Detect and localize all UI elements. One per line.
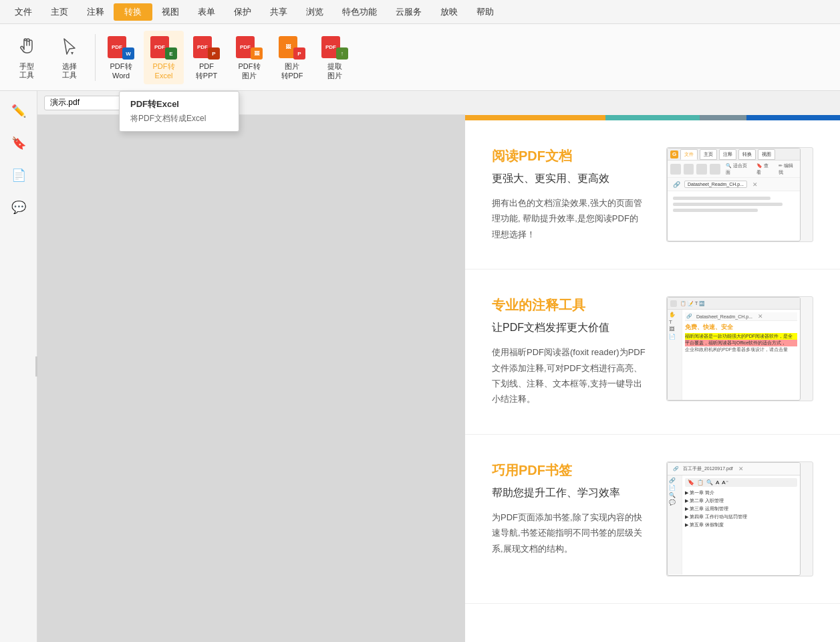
mini-annotate-body: ✋ T 🖼 📄 🔗 Datasheet_Readm_CH.p... ✕ 免 (668, 310, 800, 400)
toc-item-5: ▶ 第五章 休假制度 (685, 521, 797, 529)
pdf-to-excel-button[interactable]: PDF E PDF转Excel (144, 31, 184, 84)
bookmark-sidebar-icon[interactable]: 🔖 (5, 130, 32, 156)
mini-bm-link: 🔗 (673, 466, 679, 471)
mini-app-bar-annotate: 📋 📝 T 🔤 (668, 298, 800, 310)
mini-bm-tool-4: 💬 (669, 500, 680, 506)
mini-bm-tool-2: 📄 (669, 485, 680, 491)
mini-zoom-text: 🔍 适合页面 (726, 163, 751, 176)
mini-icon-2: 📝 (688, 301, 694, 306)
mini-left-tools: ✋ T 🖼 📄 (668, 310, 682, 400)
mini-file-tab-label: Datasheet_Readm_CH.p... (684, 181, 747, 188)
annotation-sidebar-icon[interactable]: ✏️ (5, 98, 32, 124)
menu-annotate[interactable]: 注释 (78, 3, 114, 21)
mini-bm-tool-1: 🔗 (669, 477, 680, 484)
extract-img-label: 提取图片 (327, 62, 342, 80)
mini-highlight-title: 免费、快速、安全 (685, 323, 797, 332)
mini-icon-3: T (695, 301, 698, 306)
mini-tab-file: 文件 (680, 149, 698, 160)
menu-home[interactable]: 主页 (41, 3, 78, 21)
file-bar (37, 91, 465, 115)
pdf-img-label: PDF转图片 (239, 62, 261, 80)
mini-icon-4: 🔤 (699, 301, 705, 306)
hand-icon (13, 35, 40, 60)
menu-protect[interactable]: 保护 (225, 3, 261, 21)
mini-annotate-filename: Datasheet_Readm_CH.p... (696, 314, 752, 319)
mini-select-icon (684, 164, 694, 175)
menu-bar: 文件 主页 注释 转换 视图 表单 保护 共享 浏览 特色功能 云服务 放映 帮… (0, 0, 840, 24)
toc-item-1: ▶ 第一章 简介 (685, 489, 797, 497)
pdf-ppt-icon: PDF P (193, 34, 220, 60)
mini-img-icon (670, 300, 677, 307)
menu-convert[interactable]: 转换 (114, 3, 152, 21)
dropdown-description: 将PDF文档转成Excel (130, 113, 228, 124)
mini-text-line-2 (673, 203, 783, 206)
menu-present[interactable]: 放映 (431, 3, 467, 21)
mini-icons-row: 📋 📝 T 🔤 (680, 301, 705, 306)
menu-form[interactable]: 表单 (188, 3, 225, 21)
mini-strikethrough-text: 平台覆盖，福昕阅读器与Office软件的适合方式， (685, 340, 797, 346)
mini-link-icon: 🔗 (686, 314, 692, 319)
comment-sidebar-icon[interactable]: 💬 (5, 194, 32, 221)
mini-bookmark-body: 🔗 📄 🔍 💬 🔖 📋 🔍 A A⁻ (668, 475, 800, 574)
section-annotate-image: 📋 📝 T 🔤 ✋ T 🖼 📄 (666, 296, 813, 401)
pdf-to-image-button[interactable]: PDF 🖼 PDF转图片 (229, 31, 269, 84)
toc-item-3: ▶ 第三章 运用制管理 (685, 505, 797, 513)
section-read-image: G 文件 主页 注释 转换 视图 🔍 适合页面 🔖 查 (666, 147, 813, 242)
color-bar-blue (746, 115, 840, 120)
image-to-pdf-button[interactable]: 🖼 P 图片转PDF (272, 31, 312, 84)
pages-sidebar-icon[interactable]: 📄 (5, 162, 32, 189)
select-tool-button[interactable]: ▾ 选择工具 (49, 31, 90, 84)
mini-hand-icon (670, 164, 681, 175)
mini-bm-tool-3: 🔍 (669, 492, 680, 498)
mini-nav-text: 🔖 查看 (756, 163, 773, 176)
pdf-to-ppt-button[interactable]: PDF P PDF转PPT (186, 31, 227, 84)
mini-app-bar-read: G 文件 主页 注释 转换 视图 (668, 148, 800, 160)
menu-special[interactable]: 特色功能 (333, 3, 386, 21)
menu-help[interactable]: 帮助 (467, 3, 503, 21)
pdf-excel-label: PDF转Excel (153, 62, 175, 80)
color-bar-teal (605, 115, 699, 120)
section-bookmark-body: 为PDF页面添加书签,除了实现内容的快速导航,书签还能指明不同书签的层级关系,展… (492, 510, 646, 556)
section-annotate-text: 专业的注释工具 让PDF文档发挥更大价值 使用福昕PDF阅读器(foxit re… (492, 296, 646, 407)
mini-toolbar-read: 🔍 适合页面 🔖 查看 ✏ 编辑我 (668, 160, 800, 178)
mini-close-annotate[interactable]: ✕ (758, 313, 763, 320)
extract-image-button[interactable]: PDF ↑ 提取图片 (315, 31, 355, 84)
mini-bookmark-toc: 🔖 📋 🔍 A A⁻ ▶ 第一章 简介 ▶ (682, 475, 800, 574)
toc-item-4: ▶ 第四章 工作行动与惩罚管理 (685, 513, 797, 521)
menu-file[interactable]: 文件 (5, 3, 41, 21)
section-bookmark-title: 巧用PDF书签 (492, 461, 646, 479)
menu-share[interactable]: 共享 (261, 3, 297, 21)
mini-close-bm[interactable]: ✕ (738, 465, 744, 472)
mini-doc-content-read (668, 191, 800, 217)
section-read-body: 拥有出色的文档渲染效果,强大的页面管理功能, 帮助提升效率,是您阅读PDF的理想… (492, 195, 646, 242)
toc-label-5: 第五章 休假制度 (690, 522, 724, 528)
section-read-text: 阅读PDF文档 更强大、更实用、更高效 拥有出色的文档渲染效果,强大的页面管理功… (492, 147, 646, 242)
mini-highlighted-text: 福昕阅读器是一款功能强大的PDF阅读器软件，是全 (685, 333, 797, 340)
mini-tool-img: 🖼 (669, 326, 680, 332)
menu-cloud[interactable]: 云服务 (386, 3, 431, 21)
hand-tool-button[interactable]: 手型工具 (7, 31, 47, 84)
section-annotate-body: 使用福昕PDF阅读器(foxit reader)为PDF文件添加注释,可对PDF… (492, 344, 646, 407)
menu-view[interactable]: 视图 (152, 3, 188, 21)
mini-annotate-file-bar: 🔗 Datasheet_Readm_CH.p... ✕ (685, 312, 797, 321)
mini-normal-text: 企业和政府机构的PDF查看器多项设计，请点击量 (685, 346, 797, 353)
toc-label-1: 第一章 简介 (690, 490, 714, 496)
menu-browse[interactable]: 浏览 (297, 3, 333, 21)
mini-file-tab-bar: 🔗 Datasheet_Readm_CH.p... ✕ (668, 178, 800, 191)
img-pdf-label: 图片转PDF (281, 62, 303, 80)
mini-export-icon (710, 164, 720, 175)
mini-tool-hand: ✋ (669, 312, 680, 318)
extract-img-icon: PDF ↑ (321, 34, 348, 60)
mini-toc-icon-2: 📋 (697, 479, 704, 486)
mini-close-tab[interactable]: ✕ (752, 181, 758, 188)
toc-expand-5: ▶ (685, 522, 688, 528)
pdf-to-word-button[interactable]: PDF W PDF转PDF转 WordWord (101, 31, 141, 84)
toc-expand-4: ▶ (685, 514, 688, 520)
dropdown-tooltip: PDF转Excel 将PDF文档转成Excel (119, 91, 239, 132)
toc-label-2: 第二章 入职管理 (690, 498, 724, 504)
mini-toc-toolbar: 🔖 📋 🔍 A A⁻ (685, 478, 797, 487)
mini-tool-txt: T (669, 319, 680, 325)
mini-toc-icon-5: A⁻ (722, 479, 728, 486)
svg-text:▾: ▾ (71, 50, 74, 56)
select-tool-label: 选择工具 (62, 62, 77, 80)
